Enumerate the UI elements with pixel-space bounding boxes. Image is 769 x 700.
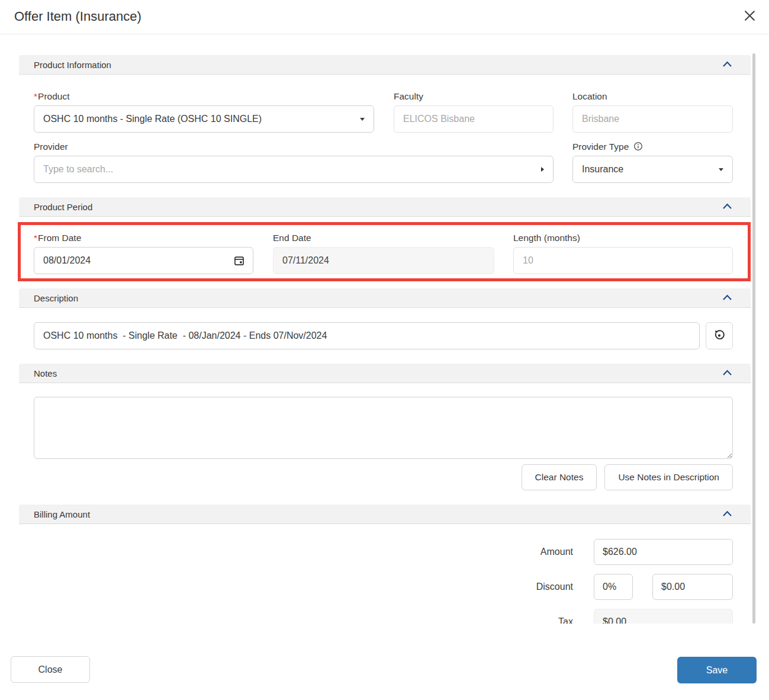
collapse-notes-button[interactable] [722,368,733,378]
location-field [572,105,733,133]
product-information-header: Product Information [19,55,751,75]
end-date-field [273,247,494,274]
required-marker: * [34,91,37,101]
collapse-product-information-button[interactable] [722,60,733,70]
tax-field [594,609,733,624]
amount-label: Amount [540,547,573,557]
discount-label: Discount [536,582,573,592]
discount-amount-field[interactable] [652,574,733,600]
section-title: Notes [34,368,57,378]
collapse-billing-amount-button[interactable] [722,509,733,519]
chevron-up-icon [722,60,733,70]
amount-field[interactable] [594,539,733,565]
notes-header: Notes [19,364,751,383]
provider-label: Provider [34,142,554,152]
description-header: Description [19,288,751,308]
arrow-right-icon [541,167,544,172]
collapse-product-period-button[interactable] [722,202,733,212]
close-button[interactable]: Close [11,656,90,683]
scrollbar[interactable] [752,53,755,624]
billing-amount-header: Billing Amount [19,505,751,524]
section-title: Description [34,293,78,303]
clear-notes-button[interactable]: Clear Notes [522,464,597,490]
length-months-label: Length (months) [513,233,733,243]
section-product-information: Product Information *Product OSHC 10 mon… [19,55,751,183]
chevron-down-icon [360,118,365,121]
discount-percent-field[interactable] [594,574,633,600]
section-title: Product Period [34,202,92,212]
product-period-header: Product Period [19,197,751,217]
provider-search-input[interactable]: Type to search... [34,156,554,183]
chevron-up-icon [722,202,733,212]
close-icon [744,9,756,24]
use-notes-in-description-button[interactable]: Use Notes in Description [604,464,733,490]
location-label: Location [572,91,733,102]
offer-item-modal: Offer Item (Insurance) Product Informati… [0,0,769,700]
provider-placeholder: Type to search... [43,164,113,175]
provider-type-label: Provider Type [572,142,629,152]
product-select[interactable]: OSHC 10 months - Single Rate (OSHC 10 SI… [34,105,374,133]
section-notes: Notes Clear Notes Use Notes in Descripti… [19,364,751,490]
required-marker: * [34,233,37,243]
chevron-up-icon [722,368,733,378]
end-date-label: End Date [273,233,494,243]
provider-type-select[interactable]: Insurance [572,156,733,183]
section-product-period: Product Period *From Date [19,197,751,274]
reset-description-button[interactable] [706,322,733,349]
product-selected-value: OSHC 10 months - Single Rate (OSHC 10 SI… [43,114,262,124]
modal-close-button[interactable] [742,9,757,24]
tax-label: Tax [558,616,573,624]
provider-type-selected-value: Insurance [582,164,623,175]
from-date-field[interactable] [34,247,253,274]
chevron-up-icon [722,293,733,303]
description-field[interactable] [34,322,700,349]
modal-header: Offer Item (Insurance) [0,0,769,34]
product-label: Product [38,91,69,101]
calendar-icon[interactable] [233,254,246,267]
from-date-label: From Date [38,233,81,243]
faculty-label: Faculty [394,91,554,102]
notes-textarea[interactable] [34,397,733,459]
section-billing-amount: Billing Amount Amount Discount Tax [19,505,751,624]
modal-footer: Close Save [0,656,769,683]
collapse-description-button[interactable] [722,293,733,303]
section-title: Product Information [34,60,111,70]
chevron-up-icon [722,509,733,519]
length-months-field[interactable] [513,247,733,274]
section-title: Billing Amount [34,509,90,519]
modal-body: Product Information *Product OSHC 10 mon… [0,34,769,624]
modal-title: Offer Item (Insurance) [14,9,141,24]
info-icon [633,142,643,151]
restore-icon [713,329,726,343]
chevron-down-icon [719,168,723,171]
section-description: Description [19,288,751,349]
save-button[interactable]: Save [677,657,757,683]
faculty-field [394,105,554,133]
